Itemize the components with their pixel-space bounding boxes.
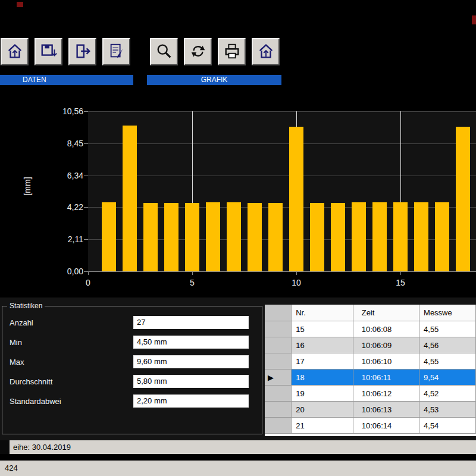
table-row[interactable]: 2010:06:134,53	[265, 402, 476, 418]
cell-messwert[interactable]: 4,53	[419, 402, 476, 418]
recycle-icon	[189, 42, 207, 62]
table-header-row: Nr.ZeitMesswe	[265, 305, 476, 321]
cell-messwert[interactable]: 4,56	[419, 337, 476, 353]
refresh-button[interactable]	[184, 38, 212, 65]
titlebar	[0, 0, 476, 36]
stat-label: Min	[10, 338, 22, 347]
cell-zeit[interactable]: 10:06:09	[353, 337, 419, 353]
row-selector-cell[interactable]: ▶	[265, 369, 292, 386]
zoom-button[interactable]	[150, 38, 178, 65]
status-bar-lower: 424	[0, 461, 476, 476]
cell-messwert[interactable]: 4,55	[419, 321, 476, 337]
table-header-cell[interactable]: Nr.	[292, 305, 353, 321]
table-header-cell[interactable]: Zeit	[353, 305, 419, 321]
table-row[interactable]: 1710:06:104,55	[265, 353, 476, 369]
y-tick-label: 8,45	[49, 139, 83, 148]
cell-nr[interactable]: 17	[292, 353, 353, 369]
chart-bar	[435, 202, 449, 271]
chart-bar	[248, 203, 262, 271]
stat-field[interactable]: 9,60 mm	[133, 355, 249, 368]
h-gridline	[88, 176, 476, 176]
y-tick-label: 4,22	[49, 202, 83, 212]
chart-bar	[206, 202, 220, 271]
load-data-button[interactable]	[1, 38, 29, 65]
row-selector-cell[interactable]	[265, 418, 292, 434]
table-row[interactable]: 2110:06:144,54	[265, 418, 476, 434]
x-tick-label: 10	[284, 278, 308, 287]
cell-messwert[interactable]: 4,52	[419, 386, 476, 402]
app-window: DATEN GRAFIK [mm] 0,002,114,226,348,4510…	[0, 0, 476, 476]
magnifier-icon	[155, 42, 173, 62]
door-exit-icon	[74, 42, 92, 62]
y-tick-mark	[84, 239, 88, 240]
house-arrow-icon	[257, 42, 275, 62]
cell-messwert[interactable]: 4,55	[419, 353, 476, 369]
chart-bar	[185, 203, 199, 271]
y-tick-label: 2,11	[49, 234, 83, 244]
statistics-groupbox: Statistiken Anzahl27Min4,50 mmMax9,60 mm…	[2, 306, 262, 434]
stat-label: Anzahl	[10, 318, 33, 327]
table-header-selector	[265, 305, 292, 321]
cell-nr[interactable]: 16	[292, 337, 353, 353]
table-row[interactable]: 1610:06:094,56	[265, 337, 476, 353]
chart-bar	[393, 202, 408, 271]
stat-label: Standardabwei	[10, 397, 61, 406]
printer-icon	[223, 42, 241, 62]
cell-messwert[interactable]: 9,54	[419, 369, 476, 386]
stat-field[interactable]: 5,80 mm	[133, 375, 249, 388]
x-tick-mark	[400, 271, 401, 275]
row-selector-cell[interactable]	[265, 353, 292, 369]
stat-label: Max	[10, 358, 24, 367]
y-tick-mark	[84, 271, 88, 272]
window-accent-sliver	[472, 15, 476, 24]
print-button[interactable]	[218, 38, 246, 65]
home-view-button[interactable]	[252, 38, 280, 65]
y-tick-mark	[84, 111, 88, 112]
chart-bar	[268, 203, 283, 271]
cell-nr[interactable]: 15	[292, 321, 353, 337]
plot-area	[88, 111, 476, 271]
cell-nr[interactable]: 19	[292, 386, 353, 402]
chart-bar	[310, 203, 324, 271]
table-row[interactable]: ▶1810:06:119,54	[265, 369, 476, 386]
chart-bar	[414, 202, 428, 271]
x-tick-label: 15	[389, 278, 412, 287]
exit-button[interactable]	[68, 38, 96, 65]
row-selector-cell[interactable]	[265, 386, 292, 402]
x-tick-label: 0	[76, 278, 100, 287]
cell-zeit[interactable]: 10:06:11	[353, 369, 419, 386]
cell-zeit[interactable]: 10:06:14	[353, 418, 419, 434]
y-axis-label: [mm]	[23, 177, 32, 195]
status-bar-upper: eihe: 30.04.2019	[0, 440, 476, 454]
row-selector-cell[interactable]	[265, 337, 292, 353]
table-row[interactable]: 1910:06:124,52	[265, 386, 476, 402]
row-selector-cell[interactable]	[265, 321, 292, 337]
window-accent-chip	[17, 2, 23, 7]
y-tick-mark	[84, 176, 88, 176]
save-data-button[interactable]	[35, 38, 62, 65]
cell-nr[interactable]: 18	[292, 369, 353, 386]
cell-nr[interactable]: 20	[292, 402, 353, 418]
cell-zeit[interactable]: 10:06:10	[353, 353, 419, 369]
chart-bar	[372, 202, 387, 271]
cell-messwert[interactable]: 4,54	[419, 418, 476, 434]
stat-field[interactable]: 27	[133, 316, 249, 329]
cell-zeit[interactable]: 10:06:08	[353, 321, 419, 337]
cell-nr[interactable]: 21	[292, 418, 353, 434]
table-row[interactable]: 1510:06:084,55	[265, 321, 476, 337]
chart-bar	[456, 127, 470, 271]
y-axis-tick-labels: 0,002,114,226,348,4510,56	[49, 111, 83, 271]
chart-area: [mm] 0,002,114,226,348,4510,56 051015	[0, 92, 476, 298]
document-edit-icon	[108, 42, 126, 62]
table-header-cell[interactable]: Messwe	[419, 305, 476, 321]
cell-zeit[interactable]: 10:06:13	[353, 402, 419, 418]
floppy-export-icon	[40, 42, 58, 62]
chart-bar	[289, 127, 303, 271]
chart-bar	[102, 202, 116, 271]
report-button[interactable]	[102, 38, 130, 65]
cell-zeit[interactable]: 10:06:12	[353, 386, 419, 402]
y-tick-label: 6,34	[49, 171, 83, 180]
stat-field[interactable]: 2,20 mm	[133, 394, 249, 408]
stat-field[interactable]: 4,50 mm	[133, 336, 249, 349]
row-selector-cell[interactable]	[265, 402, 292, 418]
